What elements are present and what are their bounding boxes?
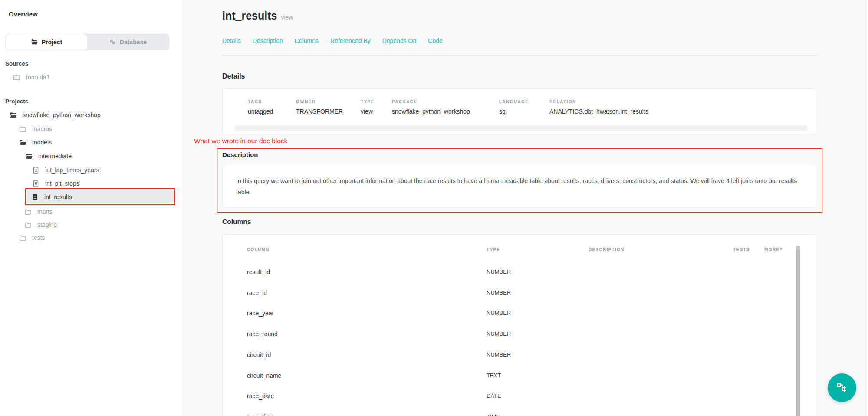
lineage-graph-icon	[835, 381, 848, 394]
sidebar-item-label: staging	[37, 221, 57, 228]
model-name: int_results	[222, 10, 277, 22]
details-footer-strip	[235, 125, 807, 131]
tab-project[interactable]: Project	[6, 34, 87, 50]
sidebar-item-int-pit-stops[interactable]: int_pit_stops	[32, 177, 79, 190]
sidebar-item-label: int_lap_times_years	[45, 167, 99, 174]
sidebar-item-label: tests	[32, 234, 45, 241]
folder-open-icon	[19, 139, 26, 146]
table-row-race-date[interactable]: race_date DATE	[223, 393, 787, 401]
description-body: In this query we want to join out other …	[236, 175, 803, 198]
sidebar: Overview Project Database Sources formul…	[0, 0, 182, 416]
table-row-race-year[interactable]: race_year NUMBER	[223, 310, 787, 318]
nav-link-referenced-by[interactable]: Referenced By	[330, 37, 371, 44]
projects-section-label: Projects	[5, 98, 28, 105]
sidebar-item-label: intermediate	[38, 153, 72, 160]
description-heading: Description	[222, 151, 258, 158]
detail-field-owner: OWNER TRANSFORMER	[296, 99, 343, 115]
view-toggle: Project Database	[5, 34, 169, 50]
nav-link-details[interactable]: Details	[222, 37, 241, 44]
file-icon	[32, 167, 39, 174]
file-icon	[32, 180, 39, 187]
folder-open-icon	[25, 153, 33, 160]
table-row-race-time[interactable]: race_time TIME	[223, 413, 787, 416]
table-row-circuit-name[interactable]: circuit_name TEXT	[223, 372, 787, 381]
column-header-tests: TESTS	[733, 247, 750, 252]
sidebar-item-label: int_pit_stops	[45, 180, 79, 187]
description-card: In this query we want to join out other …	[222, 164, 817, 208]
page-title: int_resultsview	[222, 10, 293, 22]
details-heading: Details	[222, 72, 245, 80]
column-header-description: DESCRIPTION	[589, 247, 625, 252]
lineage-graph-button[interactable]	[828, 373, 856, 402]
sidebar-item-staging[interactable]: staging	[24, 218, 57, 231]
sidebar-item-label: int_results	[44, 193, 72, 200]
table-row-race-round[interactable]: race_round NUMBER	[223, 331, 787, 339]
sidebar-item-label: formula1	[26, 74, 49, 81]
table-row-race-id[interactable]: race_id NUMBER	[223, 289, 787, 298]
nav-divider	[222, 55, 817, 56]
folder-closed-icon	[19, 125, 26, 133]
detail-field-type: TYPE view	[361, 99, 375, 115]
dbt-docs-app: Overview Project Database Sources formul…	[0, 0, 868, 416]
table-row-circuit-id[interactable]: circuit_id NUMBER	[223, 351, 787, 360]
overview-title: Overview	[9, 10, 38, 18]
folder-closed-icon	[24, 221, 32, 229]
table-row-result-id[interactable]: result_id NUMBER	[223, 269, 787, 277]
sidebar-item-int-results-selected[interactable]: int_results	[27, 190, 174, 203]
doc-nav: Details Description Columns Referenced B…	[222, 37, 443, 44]
nav-link-depends-on[interactable]: Depends On	[382, 37, 417, 44]
sidebar-item-marts[interactable]: marts	[24, 205, 53, 218]
sources-section-label: Sources	[5, 60, 28, 67]
detail-field-language: LANGUAGE sql	[499, 99, 529, 115]
nav-link-columns[interactable]: Columns	[295, 37, 319, 44]
model-type-badge: view	[281, 14, 293, 21]
folder-open-icon	[10, 111, 17, 119]
nav-link-description[interactable]: Description	[253, 37, 283, 44]
columns-scrollbar-thumb[interactable]	[796, 246, 800, 416]
details-card: TAGS untagged OWNER TRANSFORMER TYPE vie…	[222, 88, 817, 134]
tab-project-label: Project	[42, 39, 62, 46]
nav-link-code[interactable]: Code	[428, 37, 442, 44]
sidebar-item-label: snowflake_python_workshop	[23, 111, 101, 118]
detail-field-tags: TAGS untagged	[248, 99, 273, 115]
sidebar-item-macros[interactable]: macros	[19, 122, 52, 135]
lineage-tree-icon	[109, 39, 116, 46]
sidebar-item-tests[interactable]: tests	[19, 231, 45, 244]
folder-closed-icon	[13, 74, 20, 81]
column-header-more: MORE?	[764, 247, 783, 252]
sidebar-item-label: macros	[32, 125, 52, 132]
folder-icon	[31, 39, 38, 46]
sidebar-item-formula1[interactable]: formula1	[13, 71, 49, 84]
window-scrollbar-track[interactable]	[865, 0, 868, 416]
annotation-text: What we wrote in our doc block	[194, 137, 287, 145]
folder-closed-icon	[24, 208, 32, 216]
file-filled-icon	[31, 193, 39, 201]
sidebar-item-snowflake-python-workshop[interactable]: snowflake_python_workshop	[10, 108, 101, 121]
detail-field-relation: RELATION ANALYTICS.dbt_hwatson.int_resul…	[549, 99, 648, 115]
sidebar-item-intermediate[interactable]: intermediate	[25, 150, 72, 163]
sidebar-item-int-lap-times-years[interactable]: int_lap_times_years	[32, 164, 99, 177]
main-content: int_resultsview Details Description Colu…	[182, 0, 868, 416]
detail-field-package: PACKAGE snowflake_python_workshop	[392, 99, 470, 115]
tab-database[interactable]: Database	[87, 34, 169, 50]
column-header-type: TYPE	[487, 247, 500, 252]
tab-database-label: Database	[120, 39, 147, 46]
column-header-column: COLUMN	[247, 247, 270, 252]
folder-closed-icon	[19, 234, 26, 242]
columns-heading: Columns	[222, 218, 251, 226]
sidebar-item-label: models	[32, 139, 52, 146]
sidebar-item-label: marts	[37, 208, 53, 215]
columns-card: COLUMN TYPE DESCRIPTION TESTS MORE? resu…	[222, 234, 817, 416]
sidebar-item-models[interactable]: models	[19, 136, 52, 149]
